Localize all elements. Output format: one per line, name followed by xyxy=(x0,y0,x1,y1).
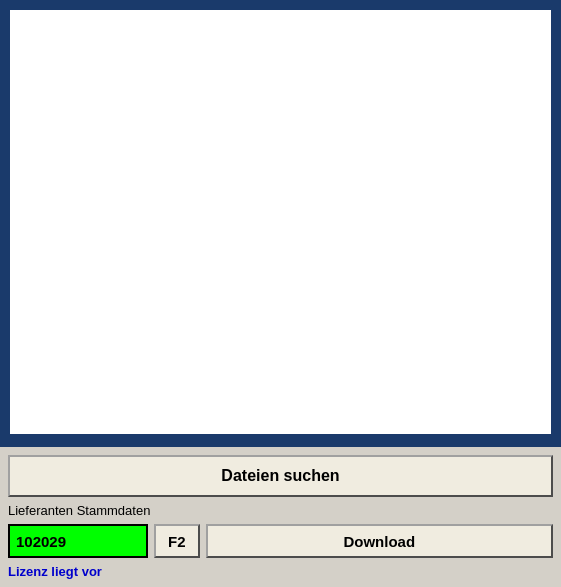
supplier-label-row: Lieferanten Stammdaten xyxy=(8,503,553,518)
bottom-panel: Dateien suchen Lieferanten Stammdaten F2… xyxy=(0,444,561,587)
search-button[interactable]: Dateien suchen xyxy=(8,455,553,497)
content-area xyxy=(8,8,553,436)
search-button-row: Dateien suchen xyxy=(8,455,553,497)
supplier-label: Lieferanten Stammdaten xyxy=(8,503,150,518)
main-content xyxy=(0,0,561,444)
input-row: F2 Download xyxy=(8,524,553,558)
status-text: Lizenz liegt vor xyxy=(8,564,102,579)
f2-button[interactable]: F2 xyxy=(154,524,200,558)
download-button[interactable]: Download xyxy=(206,524,553,558)
supplier-id-input[interactable] xyxy=(8,524,148,558)
status-row: Lizenz liegt vor xyxy=(8,564,553,579)
